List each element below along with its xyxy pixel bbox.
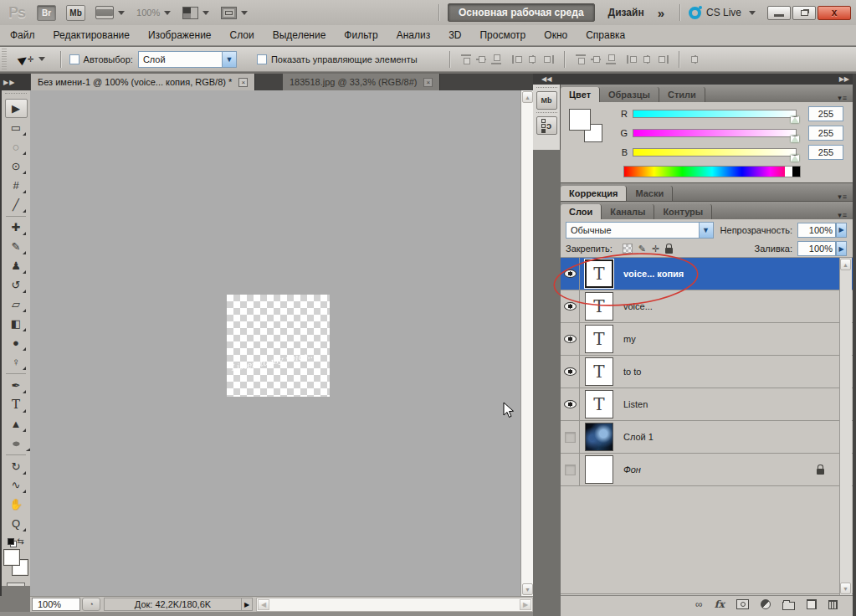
tab-channels[interactable]: Каналы — [602, 204, 654, 219]
distribute-left-icon[interactable] — [627, 54, 638, 64]
document-tab-183518[interactable]: 183518.jpg @ 33,3% (RGB/8#) × — [283, 74, 440, 90]
align-right-icon[interactable] — [542, 54, 554, 64]
current-tool-preset[interactable]: ▶ ✛ — [18, 53, 45, 65]
blur-tool[interactable]: ● — [5, 333, 28, 352]
text-layer-thumbnail[interactable]: T — [585, 259, 613, 288]
layer-name[interactable]: voice... копия — [623, 269, 684, 279]
auto-align-icon[interactable] — [689, 54, 701, 64]
pen-tool[interactable]: ✒ — [5, 376, 28, 395]
toolbar-collapse-icon[interactable]: ▶▶ — [0, 74, 30, 90]
layer-style-icon[interactable]: fx — [715, 598, 725, 610]
channel-value-b[interactable]: 255 — [808, 145, 843, 160]
tab-color[interactable]: Цвет — [561, 87, 600, 102]
eraser-tool[interactable]: ▱ — [5, 295, 28, 314]
foreground-color-swatch[interactable] — [3, 549, 20, 566]
visibility-toggle[interactable] — [561, 388, 580, 421]
brush-tool[interactable]: ✎ — [5, 237, 28, 256]
text-layer-thumbnail[interactable]: T — [585, 357, 613, 386]
strip-grip[interactable] — [536, 112, 557, 113]
tab-swatches[interactable]: Образцы — [600, 87, 659, 102]
channel-value-r[interactable]: 255 — [808, 106, 843, 121]
lock-transparency-icon[interactable] — [623, 244, 633, 254]
menu-filter[interactable]: Фильтр — [344, 29, 377, 41]
slider-thumb-icon[interactable] — [791, 116, 799, 123]
visibility-toggle[interactable] — [561, 258, 580, 290]
layer-name[interactable]: my — [623, 334, 636, 344]
type-tool[interactable]: T — [5, 395, 28, 414]
history-brush-tool[interactable]: ↺ — [5, 275, 28, 295]
lock-position-icon[interactable]: ✛ — [652, 244, 659, 254]
status-zoom-field[interactable]: 100% — [32, 598, 80, 611]
text-layer-thumbnail[interactable]: T — [585, 292, 613, 321]
scroll-right-icon[interactable]: ▶ — [520, 599, 531, 610]
blend-mode-dropdown[interactable]: Обычные ▼ — [566, 222, 714, 239]
align-top-icon[interactable] — [460, 54, 472, 64]
swap-colors-icon[interactable]: ⇆ — [17, 536, 23, 546]
tools-grip[interactable] — [5, 93, 27, 96]
layer-name[interactable]: Listen — [623, 399, 648, 409]
layer-row-background[interactable]: Фон — [561, 454, 853, 486]
align-horizontal-center-icon[interactable] — [527, 54, 539, 64]
mini-bridge-button[interactable]: Mb — [66, 5, 85, 21]
3d-orbit-tool[interactable]: ∿ — [5, 476, 28, 495]
add-mask-icon[interactable] — [736, 599, 749, 609]
close-tab-icon[interactable]: × — [238, 78, 248, 87]
layer-row-my[interactable]: T my — [561, 323, 853, 356]
layer-row-voice[interactable]: T voice... — [561, 290, 853, 323]
layer-name[interactable]: voice... — [623, 301, 653, 311]
menu-file[interactable]: Файл — [10, 29, 35, 41]
zoom-level-menu[interactable]: 100% — [136, 8, 171, 18]
tab-layers[interactable]: Слои — [561, 204, 602, 219]
autoselect-target-dropdown[interactable]: Слой ▼ — [138, 51, 237, 68]
scroll-up-icon[interactable]: ▲ — [522, 91, 533, 103]
shape-tool[interactable]: ● — [0, 434, 33, 453]
menu-image[interactable]: Изображение — [148, 29, 212, 41]
align-bottom-icon[interactable] — [490, 54, 502, 64]
channel-value-g[interactable]: 255 — [808, 126, 843, 141]
close-button[interactable]: x — [818, 6, 851, 20]
canvas-area[interactable]: Listen to my voice... — [30, 90, 520, 596]
mini-bridge-panel-button[interactable]: Mb — [536, 91, 557, 110]
white-swatch[interactable] — [785, 167, 792, 177]
panel-menu-icon[interactable]: ▾≡ — [838, 192, 848, 201]
menu-3d[interactable]: 3D — [449, 29, 461, 41]
scroll-down-icon[interactable]: ▼ — [522, 583, 533, 595]
options-grip[interactable] — [2, 49, 7, 70]
workspace-design-button[interactable]: Дизайн — [608, 7, 644, 18]
adjustment-layer-icon[interactable] — [761, 599, 771, 609]
minimize-button[interactable] — [767, 6, 791, 20]
panel-menu-icon[interactable]: ▾≡ — [838, 94, 848, 102]
menu-analysis[interactable]: Анализ — [397, 29, 431, 41]
tab-masks[interactable]: Маски — [627, 186, 673, 201]
vertical-scrollbar[interactable]: ▲ ▼ — [520, 90, 533, 596]
distribute-right-icon[interactable] — [657, 54, 669, 64]
foreground-color-swatch[interactable] — [569, 109, 591, 131]
guides-menu-button[interactable] — [95, 6, 125, 19]
autoselect-checkbox[interactable] — [69, 54, 79, 64]
lasso-tool[interactable]: ◌ — [5, 137, 28, 157]
eyedropper-tool[interactable]: ╱ — [5, 195, 28, 214]
visibility-toggle[interactable] — [561, 421, 580, 454]
menu-window[interactable]: Окно — [544, 29, 567, 41]
link-layers-icon[interactable]: ∞ — [695, 598, 703, 610]
layer-row-voice-copy[interactable]: T voice... копия — [561, 258, 853, 290]
menu-layers[interactable]: Слои — [230, 29, 254, 41]
lock-pixels-icon[interactable]: ✎ — [638, 244, 646, 254]
layer-row-layer1[interactable]: Слой 1 — [561, 421, 853, 454]
arrange-documents-menu[interactable] — [182, 7, 209, 19]
gradient-tool[interactable]: ◧ — [5, 314, 28, 333]
marquee-tool[interactable]: ▭ — [5, 118, 28, 137]
new-group-icon[interactable] — [782, 602, 795, 610]
show-controls-checkbox[interactable] — [257, 54, 267, 64]
status-page-icon[interactable]: ◔ — [82, 598, 100, 611]
layer-row-listen[interactable]: T Listen — [561, 388, 853, 421]
text-layer-thumbnail[interactable]: T — [585, 390, 613, 418]
layer-name[interactable]: Слой 1 — [623, 432, 654, 442]
align-left-icon[interactable] — [512, 54, 524, 64]
dock-collapse-right-icon[interactable]: ▶▶ — [839, 75, 849, 83]
transparent-document[interactable]: Listen to my voice... — [227, 295, 330, 397]
align-vertical-center-icon[interactable] — [475, 54, 487, 64]
text-layer-thumbnail[interactable]: T — [585, 325, 613, 353]
workspace-primary-button[interactable]: Основная рабочая среда — [448, 3, 595, 22]
channel-slider-b[interactable] — [633, 148, 797, 157]
